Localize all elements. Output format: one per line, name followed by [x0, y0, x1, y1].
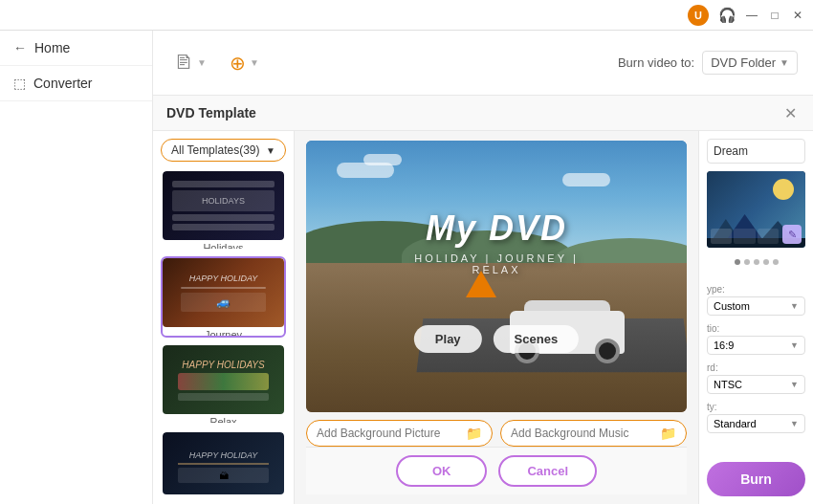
holiday-strip-3 [172, 224, 275, 230]
holiday-strip-1 [172, 181, 275, 187]
template-filter-dropdown[interactable]: All Templates(39) ▼ [161, 139, 286, 162]
standard-setting-row: rd: NTSC ▼ [707, 362, 805, 394]
template-item-relax[interactable]: HAPPY HOLIDAYS Relax [161, 343, 286, 425]
dot-3 [754, 259, 759, 265]
standard-chevron: ▼ [790, 380, 799, 389]
template4-block: 🏔 [178, 468, 269, 483]
add-folder-chevron: ▼ [250, 57, 259, 68]
triangle-overlay [466, 271, 496, 297]
template-thumb-holidays: HOLIDAYS [163, 171, 284, 240]
template4-icon: 🏔 [219, 471, 229, 481]
cloud-2 [363, 154, 402, 165]
relax-colorbar [178, 373, 269, 390]
user-icons-area: U 🎧 [688, 5, 736, 26]
sidebar-item-converter[interactable]: ⬚ Converter [0, 66, 152, 101]
dvd-main-title: My DVD [402, 208, 592, 249]
quality-chevron: ▼ [790, 419, 799, 428]
preview-container: My DVD HOLIDAY | JOURNEY | RELAX [306, 141, 687, 412]
holiday-strip-2 [172, 214, 275, 221]
add-file-icon: 🖹 [174, 52, 193, 74]
dream-search-wrap: ▷ [707, 139, 805, 164]
add-folder-btn[interactable]: ⊕ ▼ [224, 48, 265, 78]
standard-select[interactable]: NTSC ▼ [707, 375, 805, 394]
dialog-close-btn[interactable]: ✕ [780, 103, 800, 122]
top-toolbar: 🖹 ▼ ⊕ ▼ Burn video to: DVD Folder ▼ [153, 31, 813, 96]
sidebar-item-home[interactable]: ← Home [0, 31, 152, 66]
type-value: Custom [714, 300, 750, 312]
converter-icon: ⬚ [13, 76, 26, 91]
relax-title: HAPPY HOLIDAYS [182, 360, 264, 370]
bg-music-input[interactable] [511, 427, 654, 440]
template-thumb-4: HAPPY HOLIDAY 🏔 [163, 432, 284, 496]
quality-setting-row: ty: Standard ▼ [707, 402, 805, 433]
burn-section: Burn video to: DVD Folder ▼ [618, 51, 798, 75]
strip-thumb-3 [758, 229, 779, 244]
cloud-3 [562, 173, 610, 186]
dialog-body: All Templates(39) ▼ HOLIDAYS [153, 131, 813, 504]
dialog-footer: OK Cancel [306, 447, 687, 494]
ratio-label: tio: [707, 323, 805, 334]
maximize-btn[interactable]: □ [767, 8, 782, 23]
type-select[interactable]: Custom ▼ [707, 296, 805, 316]
preview-inputs: 📁 📁 [306, 420, 687, 447]
quality-select[interactable]: Standard ▼ [707, 414, 805, 433]
dream-search-input[interactable] [714, 144, 813, 158]
dot-4 [763, 259, 769, 265]
add-file-btn[interactable]: 🖹 ▼ [168, 48, 212, 77]
ratio-select[interactable]: 16:9 ▼ [707, 336, 805, 355]
ok-button[interactable]: OK [396, 455, 488, 487]
dvd-buttons: Play Scenes [414, 325, 579, 353]
journey-car-area: 🚙 [181, 293, 266, 312]
strip-moon [773, 179, 794, 200]
sidebar-converter-label: Converter [33, 76, 92, 91]
quality-value: Standard [714, 418, 757, 429]
title-bar: U 🎧 — □ ✕ [0, 0, 813, 31]
template-filter-label: All Templates(39) [171, 143, 259, 157]
strip-edit-btn[interactable]: ✎ [782, 225, 802, 244]
sidebar-home-label: Home [34, 40, 70, 55]
ratio-value: 16:9 [714, 340, 734, 351]
template-item-journey[interactable]: HAPPY HOLIDAY 🚙 Journey [161, 256, 286, 338]
user-avatar: U [688, 5, 709, 26]
holidays-thumb-content: HOLIDAYS [163, 171, 284, 240]
dot-2 [744, 259, 750, 265]
template-item-holidays[interactable]: HOLIDAYS Holidays [161, 169, 286, 251]
cancel-button[interactable]: Cancel [498, 455, 597, 487]
burn-button[interactable]: Burn [707, 462, 805, 496]
template4-text: HAPPY HOLIDAY [189, 450, 258, 460]
bg-picture-input[interactable] [317, 427, 460, 440]
strip-thumb-1 [711, 229, 732, 244]
type-setting-row: ype: Custom ▼ [707, 284, 805, 316]
template-preview-strip[interactable]: ✎ [707, 171, 805, 248]
dvd-title-area: My DVD HOLIDAY | JOURNEY | RELAX [402, 208, 592, 275]
strip-thumbs [711, 229, 779, 244]
relax-strip [178, 393, 269, 401]
standard-value: NTSC [714, 379, 742, 390]
template-item-4[interactable]: HAPPY HOLIDAY 🏔 [161, 430, 286, 496]
burn-dropdown-chevron: ▼ [780, 57, 789, 68]
standard-label: rd: [707, 362, 805, 373]
journey-thumb-content: HAPPY HOLIDAY 🚙 [163, 258, 284, 327]
holiday-main: HOLIDAYS [172, 190, 275, 211]
template4-line [178, 463, 269, 465]
bg-picture-folder-icon[interactable]: 📁 [466, 426, 482, 441]
dot-5 [773, 259, 779, 265]
type-chevron: ▼ [790, 301, 799, 311]
dialog-header: DVD Template ✕ [153, 96, 813, 131]
main-area: 🖹 ▼ ⊕ ▼ Burn video to: DVD Folder ▼ DVD … [153, 31, 813, 504]
play-btn[interactable]: Play [414, 325, 482, 353]
relax-thumb-content: HAPPY HOLIDAYS [163, 345, 284, 414]
bg-picture-wrap: 📁 [306, 420, 493, 447]
template-thumb-relax: HAPPY HOLIDAYS [163, 345, 284, 414]
ratio-chevron: ▼ [790, 340, 799, 350]
template-name-relax: Relax [163, 414, 284, 425]
template4-content: HAPPY HOLIDAY 🏔 [163, 432, 284, 496]
scenes-btn[interactable]: Scenes [494, 325, 580, 353]
bg-music-folder-icon[interactable]: 📁 [660, 426, 676, 441]
close-btn[interactable]: ✕ [790, 8, 805, 23]
burn-destination-dropdown[interactable]: DVD Folder ▼ [702, 51, 798, 75]
dialog-title: DVD Template [166, 105, 256, 121]
settings-panel: ▷ [698, 131, 813, 504]
template-name-holidays: Holidays [163, 240, 284, 251]
minimize-btn[interactable]: — [744, 8, 759, 23]
